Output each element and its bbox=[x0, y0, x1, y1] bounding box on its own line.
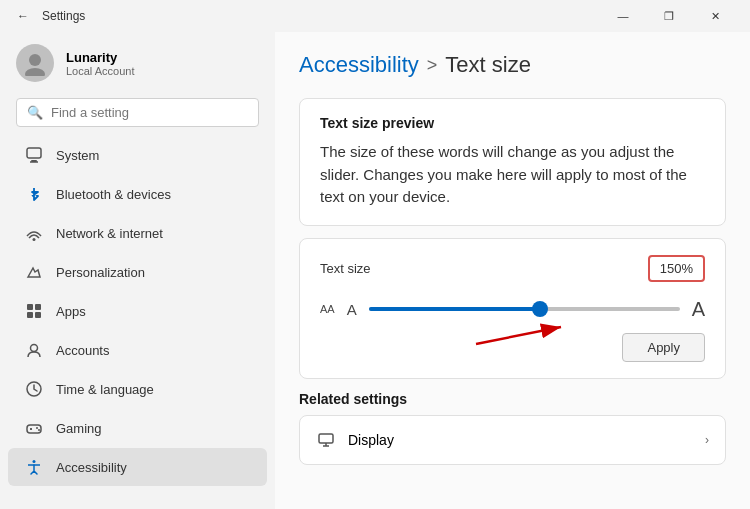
related-item-display-label: Display bbox=[348, 432, 394, 448]
svg-point-1 bbox=[25, 68, 45, 76]
preview-card: Text size preview The size of these word… bbox=[299, 98, 726, 226]
nav-list: System Bluetooth & devices Network & int… bbox=[0, 135, 275, 487]
sidebar-item-apps[interactable]: Apps bbox=[8, 292, 267, 330]
time-icon bbox=[24, 379, 44, 399]
personalization-icon bbox=[24, 262, 44, 282]
username: Lunarity bbox=[66, 50, 135, 65]
related-item-display[interactable]: Display › bbox=[299, 415, 726, 465]
sidebar-item-time-label: Time & language bbox=[56, 382, 154, 397]
chevron-right-icon: › bbox=[705, 433, 709, 447]
user-profile[interactable]: Lunarity Local Account bbox=[0, 32, 275, 94]
sidebar-item-network[interactable]: Network & internet bbox=[8, 214, 267, 252]
bluetooth-icon bbox=[24, 184, 44, 204]
svg-point-17 bbox=[33, 460, 36, 463]
sidebar-item-system[interactable]: System bbox=[8, 136, 267, 174]
display-icon bbox=[316, 430, 336, 450]
svg-point-15 bbox=[36, 427, 38, 429]
window-controls: — ❐ ✕ bbox=[600, 0, 738, 32]
slider-track bbox=[369, 307, 680, 311]
related-settings: Related settings Display › bbox=[299, 391, 726, 465]
svg-point-16 bbox=[38, 429, 40, 431]
maximize-button[interactable]: ❐ bbox=[646, 0, 692, 32]
avatar bbox=[16, 44, 54, 82]
control-card: Text size 150% AA A A bbox=[299, 238, 726, 379]
sidebar-item-gaming[interactable]: Gaming bbox=[8, 409, 267, 447]
accessibility-icon bbox=[24, 457, 44, 477]
accounts-icon bbox=[24, 340, 44, 360]
sidebar-item-accounts-label: Accounts bbox=[56, 343, 109, 358]
apply-row: Apply bbox=[320, 333, 705, 362]
sidebar-item-bluetooth[interactable]: Bluetooth & devices bbox=[8, 175, 267, 213]
account-type: Local Account bbox=[66, 65, 135, 77]
search-input[interactable] bbox=[51, 105, 248, 120]
slider-fill bbox=[369, 307, 540, 311]
svg-rect-9 bbox=[35, 312, 41, 318]
related-settings-title: Related settings bbox=[299, 391, 726, 407]
svg-rect-8 bbox=[27, 312, 33, 318]
svg-rect-2 bbox=[27, 148, 41, 158]
sidebar-item-apps-label: Apps bbox=[56, 304, 86, 319]
app-title: Settings bbox=[42, 9, 85, 23]
main-layout: Lunarity Local Account 🔍 System bbox=[0, 32, 750, 509]
minimize-button[interactable]: — bbox=[600, 0, 646, 32]
content-area: Accessibility > Text size Text size prev… bbox=[275, 32, 750, 509]
gaming-icon bbox=[24, 418, 44, 438]
text-size-label: Text size bbox=[320, 261, 371, 276]
sidebar-item-personalization-label: Personalization bbox=[56, 265, 145, 280]
svg-point-10 bbox=[31, 345, 38, 352]
breadcrumb-separator: > bbox=[427, 55, 438, 76]
sidebar-item-gaming-label: Gaming bbox=[56, 421, 102, 436]
preview-card-title: Text size preview bbox=[320, 115, 705, 131]
slider-label-small: AA bbox=[320, 303, 335, 315]
slider-a-label-left: A bbox=[347, 301, 357, 318]
sidebar-item-accessibility-label: Accessibility bbox=[56, 460, 127, 475]
apps-icon bbox=[24, 301, 44, 321]
slider-label-large: A bbox=[692, 298, 705, 321]
back-button[interactable]: ← bbox=[12, 5, 34, 27]
sidebar-item-system-label: System bbox=[56, 148, 99, 163]
preview-text: The size of these words will change as y… bbox=[320, 141, 705, 209]
svg-point-5 bbox=[33, 238, 36, 241]
sidebar-item-accounts[interactable]: Accounts bbox=[8, 331, 267, 369]
svg-rect-20 bbox=[319, 434, 333, 443]
text-size-value: 150% bbox=[648, 255, 705, 282]
svg-rect-6 bbox=[27, 304, 33, 310]
breadcrumb: Accessibility > Text size bbox=[299, 52, 726, 78]
sidebar-item-time[interactable]: Time & language bbox=[8, 370, 267, 408]
svg-rect-12 bbox=[27, 425, 41, 433]
breadcrumb-section[interactable]: Accessibility bbox=[299, 52, 419, 78]
text-size-row: Text size 150% bbox=[320, 255, 705, 282]
sidebar-item-network-label: Network & internet bbox=[56, 226, 163, 241]
search-box[interactable]: 🔍 bbox=[16, 98, 259, 127]
sidebar: Lunarity Local Account 🔍 System bbox=[0, 32, 275, 509]
sidebar-item-bluetooth-label: Bluetooth & devices bbox=[56, 187, 171, 202]
system-icon bbox=[24, 145, 44, 165]
slider-section: AA A A bbox=[320, 298, 705, 321]
breadcrumb-current: Text size bbox=[445, 52, 531, 78]
apply-button[interactable]: Apply bbox=[622, 333, 705, 362]
slider-row: AA A A bbox=[320, 298, 705, 321]
close-button[interactable]: ✕ bbox=[692, 0, 738, 32]
network-icon bbox=[24, 223, 44, 243]
slider-container[interactable] bbox=[369, 307, 680, 311]
titlebar: ← Settings — ❐ ✕ bbox=[0, 0, 750, 32]
sidebar-item-personalization[interactable]: Personalization bbox=[8, 253, 267, 291]
search-icon: 🔍 bbox=[27, 105, 43, 120]
svg-rect-7 bbox=[35, 304, 41, 310]
related-item-left: Display bbox=[316, 430, 394, 450]
slider-thumb[interactable] bbox=[532, 301, 548, 317]
user-info: Lunarity Local Account bbox=[66, 50, 135, 77]
svg-point-0 bbox=[29, 54, 41, 66]
sidebar-item-accessibility[interactable]: Accessibility bbox=[8, 448, 267, 486]
